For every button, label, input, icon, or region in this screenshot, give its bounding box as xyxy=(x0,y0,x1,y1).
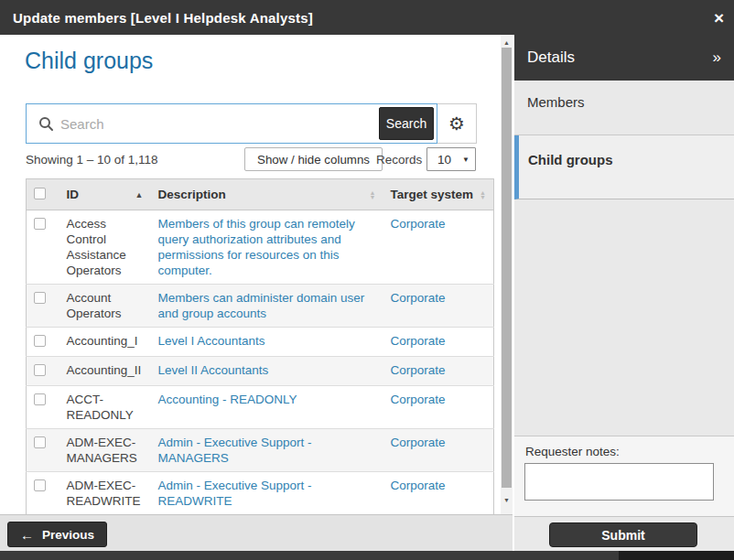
search-icon xyxy=(38,116,54,132)
cell-description-link[interactable]: Members of this group can remotely query… xyxy=(157,217,354,277)
dialog-titlebar: Update members [Level I Helpdesk Analyst… xyxy=(0,0,734,35)
scroll-up-icon[interactable]: ▲ xyxy=(501,37,513,48)
cell-id: Accounting_II xyxy=(59,357,150,386)
main-panel: Child groups Search ⚙ Showing 1 – 10 of … xyxy=(0,35,501,514)
requester-notes-label: Requester notes: xyxy=(525,445,620,458)
cell-target-link[interactable]: Corporate xyxy=(390,393,445,406)
cell-id: Accounting_I xyxy=(59,328,150,357)
sidebar-spacer xyxy=(514,199,734,436)
showing-text: Showing 1 – 10 of 1,118 xyxy=(26,153,158,167)
row-checkbox[interactable] xyxy=(34,218,46,230)
row-checkbox[interactable] xyxy=(34,335,46,347)
footer-bar: ← Previous xyxy=(0,514,513,551)
previous-button-label: Previous xyxy=(42,528,94,542)
show-hide-columns-button[interactable]: Show / hide columns xyxy=(244,147,383,171)
details-sidebar: Details » Members Child groups Requester… xyxy=(514,35,734,551)
records-value: 10 xyxy=(437,153,451,167)
vertical-scrollbar[interactable]: ▲ ▼ xyxy=(501,35,513,514)
cell-target-link[interactable]: Corporate xyxy=(390,363,445,377)
select-all-checkbox[interactable] xyxy=(34,188,46,199)
close-icon[interactable]: × xyxy=(714,0,724,35)
cell-id: ADM-EXEC-READWRITE xyxy=(59,472,150,515)
records-select[interactable]: 10 ▼ xyxy=(426,147,476,171)
row-checkbox[interactable] xyxy=(34,364,46,376)
column-header-description[interactable]: Description ▲▼ xyxy=(150,179,383,210)
sort-both-icon: ▲▼ xyxy=(364,190,376,199)
cell-id: ACCT-READONLY xyxy=(59,386,150,429)
table-row: Account Operators Members can administer… xyxy=(27,285,494,328)
submit-section: Submit xyxy=(514,516,734,550)
table-row: ADM-EXEC-MANAGERS Admin - Executive Supp… xyxy=(27,429,494,472)
requester-notes-section: Requester notes: xyxy=(514,436,734,516)
search-input-wrap[interactable]: Search xyxy=(26,103,437,144)
dropdown-arrow-icon: ▼ xyxy=(462,156,470,164)
requester-notes-input[interactable] xyxy=(524,463,714,501)
cell-id: ADM-EXEC-MANAGERS xyxy=(59,429,150,472)
scrollbar-thumb[interactable] xyxy=(502,48,512,488)
page-background-strip-dark xyxy=(619,551,734,560)
cell-description-link[interactable]: Members can administer domain user and g… xyxy=(157,291,364,320)
row-checkbox[interactable] xyxy=(34,393,46,405)
header-select-all[interactable] xyxy=(27,179,59,210)
sort-asc-icon: ▲ xyxy=(130,188,144,202)
cell-description-link[interactable]: Level I Accountants xyxy=(157,334,264,348)
child-groups-table: ID ▲ Description ▲▼ Target system ▲▼ Acc… xyxy=(26,178,494,514)
cell-description-link[interactable]: Accounting - READONLY xyxy=(157,393,297,406)
sidebar-item-child-groups[interactable]: Child groups xyxy=(514,135,734,199)
cell-description-link[interactable]: Admin - Executive Support - READWRITE xyxy=(157,479,311,508)
table-row: Access Control Assistance Operators Memb… xyxy=(27,210,494,285)
table-row: Accounting_II Level II Accountants Corpo… xyxy=(27,357,494,386)
search-settings-button[interactable]: ⚙ xyxy=(437,103,477,144)
cell-description-link[interactable]: Admin - Executive Support - MANAGERS xyxy=(157,436,311,465)
cell-target-link[interactable]: Corporate xyxy=(390,334,445,348)
row-checkbox[interactable] xyxy=(34,479,46,491)
column-header-target-system[interactable]: Target system ▲▼ xyxy=(383,179,493,210)
table-header-row: ID ▲ Description ▲▼ Target system ▲▼ xyxy=(27,179,494,210)
cell-target-link[interactable]: Corporate xyxy=(390,217,445,231)
row-checkbox[interactable] xyxy=(34,436,46,448)
table-row: ADM-EXEC-READWRITE Admin - Executive Sup… xyxy=(27,472,494,515)
table-row: ACCT-READONLY Accounting - READONLY Corp… xyxy=(27,386,494,429)
details-header: Details » xyxy=(514,35,734,81)
table-row: Accounting_I Level I Accountants Corpora… xyxy=(27,328,494,357)
collapse-panel-icon[interactable]: » xyxy=(713,48,721,67)
submit-button[interactable]: Submit xyxy=(549,522,697,547)
arrow-left-icon: ← xyxy=(20,528,34,542)
row-checkbox[interactable] xyxy=(34,292,46,304)
sort-both-icon: ▲▼ xyxy=(474,190,486,199)
cell-description-link[interactable]: Level II Accountants xyxy=(157,363,268,377)
table-controls: Showing 1 – 10 of 1,118 Show / hide colu… xyxy=(26,147,476,172)
cell-target-link[interactable]: Corporate xyxy=(390,436,445,449)
previous-button[interactable]: ← Previous xyxy=(7,522,107,547)
page-background-strip xyxy=(0,551,734,560)
search-input[interactable] xyxy=(60,116,326,132)
cell-id: Access Control Assistance Operators xyxy=(59,210,150,285)
search-bar: Search ⚙ xyxy=(26,103,477,144)
page-title: Child groups xyxy=(25,48,153,74)
dialog-title: Update members [Level I Helpdesk Analyst… xyxy=(13,10,313,26)
column-header-id[interactable]: ID ▲ xyxy=(59,179,150,210)
cell-id: Account Operators xyxy=(59,285,150,328)
search-button[interactable]: Search xyxy=(379,107,434,140)
records-label: Records xyxy=(376,153,422,167)
sidebar-item-members[interactable]: Members xyxy=(514,81,734,135)
cell-target-link[interactable]: Corporate xyxy=(390,479,445,492)
gear-icon: ⚙ xyxy=(448,113,465,135)
details-title: Details xyxy=(527,48,575,67)
scroll-down-icon[interactable]: ▼ xyxy=(501,494,513,505)
cell-target-link[interactable]: Corporate xyxy=(390,291,445,305)
